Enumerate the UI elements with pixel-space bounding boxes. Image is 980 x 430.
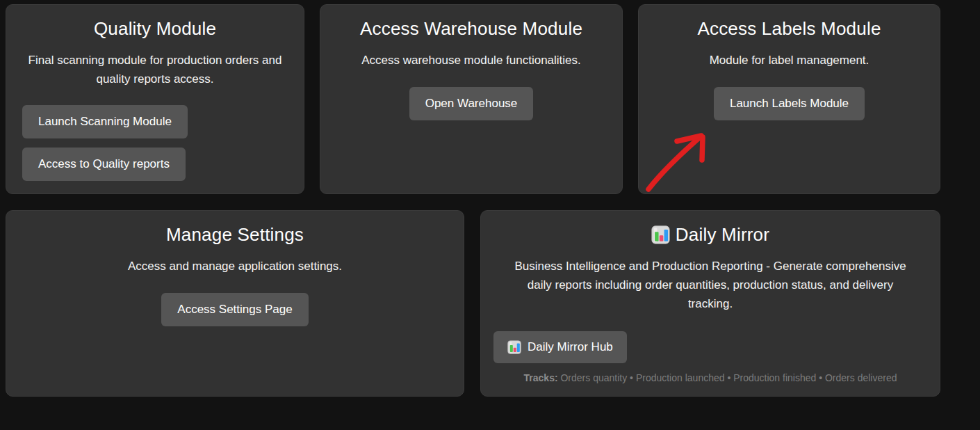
- daily-mirror-hub-label: Daily Mirror Hub: [528, 340, 613, 354]
- access-settings-page-button[interactable]: Access Settings Page: [161, 293, 308, 326]
- dashboard-row-1: Quality Module Final scanning module for…: [6, 4, 940, 194]
- daily-mirror-title-text: Daily Mirror: [676, 224, 769, 245]
- card-access-warehouse-module: Access Warehouse Module Access warehouse…: [320, 4, 623, 194]
- quality-module-buttons: Launch Scanning Module Access to Quality…: [22, 105, 293, 181]
- labels-button-row: Launch Labels Module: [649, 87, 929, 120]
- card-manage-settings: Manage Settings Access and manage applic…: [6, 210, 464, 397]
- launch-scanning-module-button[interactable]: Launch Scanning Module: [22, 105, 188, 138]
- labels-module-title: Access Labels Module: [649, 17, 929, 40]
- open-warehouse-label: Open Warehouse: [425, 97, 518, 111]
- warehouse-module-title: Access Warehouse Module: [331, 17, 612, 40]
- card-quality-module: Quality Module Final scanning module for…: [6, 4, 304, 194]
- modules-dashboard: Quality Module Final scanning module for…: [6, 4, 940, 397]
- daily-mirror-title: Daily Mirror: [491, 223, 929, 246]
- manage-settings-description: Access and manage application settings.: [17, 257, 453, 276]
- labels-module-description: Module for label management.: [649, 51, 929, 70]
- quality-module-description: Final scanning module for production ord…: [17, 51, 293, 88]
- open-warehouse-button[interactable]: Open Warehouse: [409, 87, 534, 120]
- launch-scanning-module-label: Launch Scanning Module: [38, 115, 172, 128]
- access-quality-reports-button[interactable]: Access to Quality reports: [22, 148, 186, 181]
- dashboard-row-2: Manage Settings Access and manage applic…: [6, 210, 940, 397]
- card-access-labels-module: Access Labels Module Module for label ma…: [638, 4, 940, 194]
- daily-mirror-button-row: Daily Mirror Hub: [493, 331, 929, 363]
- settings-button-row: Access Settings Page: [17, 293, 453, 326]
- bar-chart-icon: [651, 225, 670, 244]
- bar-chart-icon: [507, 340, 521, 354]
- daily-mirror-description: Business Intelligence and Production Rep…: [491, 257, 929, 313]
- daily-mirror-hub-button[interactable]: Daily Mirror Hub: [493, 331, 627, 363]
- access-settings-page-label: Access Settings Page: [177, 303, 292, 317]
- card-daily-mirror: Daily Mirror Business Intelligence and P…: [480, 210, 940, 397]
- tracks-label: Tracks:: [524, 372, 558, 383]
- tracks-items: Orders quantity • Production launched • …: [560, 372, 897, 383]
- launch-labels-module-label: Launch Labels Module: [730, 97, 849, 111]
- access-quality-reports-label: Access to Quality reports: [38, 157, 170, 170]
- warehouse-button-row: Open Warehouse: [331, 87, 612, 120]
- quality-module-title: Quality Module: [17, 17, 293, 40]
- daily-mirror-tracks: Tracks: Orders quantity • Production lau…: [491, 372, 929, 383]
- launch-labels-module-button[interactable]: Launch Labels Module: [714, 87, 865, 120]
- warehouse-module-description: Access warehouse module functionalities.: [331, 51, 612, 70]
- manage-settings-title: Manage Settings: [17, 223, 453, 246]
